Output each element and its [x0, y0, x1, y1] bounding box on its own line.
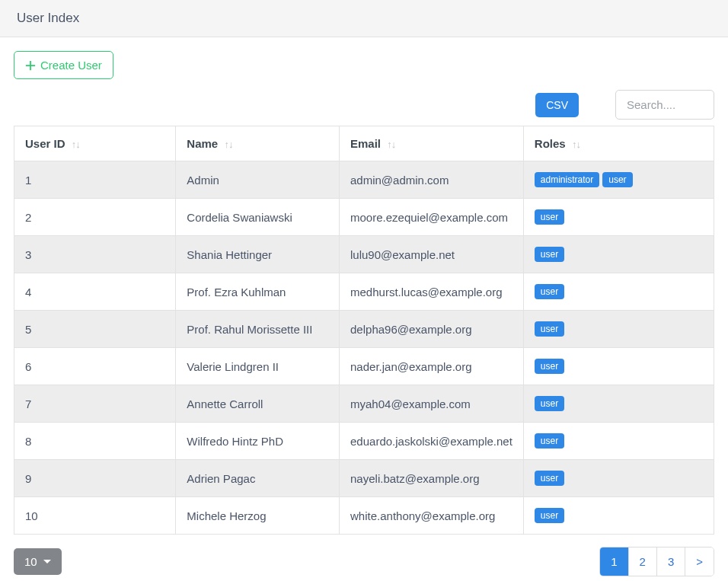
column-label: Email [350, 137, 381, 150]
column-label: Roles [535, 137, 566, 150]
cell-name: Michele Herzog [176, 497, 340, 535]
page-button-2[interactable]: 2 [629, 547, 657, 576]
main-content: Create User CSV User ID ↑↓ Name ↑↓ Email… [0, 37, 728, 581]
role-badge: user [535, 508, 564, 523]
cell-name: Prof. Ezra Kuhlman [176, 273, 340, 311]
search-input[interactable] [615, 90, 714, 120]
column-label: User ID [25, 137, 65, 150]
cell-roles: user [523, 385, 714, 423]
sort-icon: ↑↓ [224, 139, 232, 150]
role-badge: user [535, 247, 564, 262]
cell-name: Cordelia Swaniawski [176, 199, 340, 236]
role-badge: user [535, 359, 564, 374]
cell-email: lulu90@example.net [340, 236, 524, 273]
cell-userid: 7 [14, 385, 176, 423]
cell-name: Annette Carroll [176, 385, 340, 423]
cell-name: Prof. Rahul Morissette III [176, 311, 340, 348]
role-badge: user [535, 209, 564, 225]
cell-userid: 9 [14, 460, 176, 497]
table-row[interactable]: 4Prof. Ezra Kuhlmanmedhurst.lucas@exampl… [14, 273, 714, 311]
column-header-roles[interactable]: Roles ↑↓ [523, 126, 714, 161]
cell-userid: 10 [14, 497, 176, 535]
role-badge: user [535, 321, 564, 337]
cell-email: moore.ezequiel@example.com [340, 199, 524, 236]
table-row[interactable]: 3Shania Hettingerlulu90@example.netuser [14, 236, 714, 273]
cell-roles: user [523, 497, 714, 535]
table-row[interactable]: 10Michele Herzogwhite.anthony@example.or… [14, 497, 714, 535]
cell-email: admin@admin.com [340, 161, 524, 199]
column-header-userid[interactable]: User ID ↑↓ [14, 126, 176, 161]
cell-name: Admin [176, 161, 340, 199]
cell-email: white.anthony@example.org [340, 497, 524, 535]
cell-roles: administratoruser [523, 161, 714, 199]
cell-userid: 5 [14, 311, 176, 348]
cell-email: eduardo.jaskolski@example.net [340, 423, 524, 460]
role-badge: user [535, 471, 564, 486]
export-csv-button[interactable]: CSV [535, 93, 579, 117]
role-badge: user [535, 433, 564, 449]
cell-roles: user [523, 311, 714, 348]
table-row[interactable]: 6Valerie Lindgren IInader.jan@example.or… [14, 348, 714, 385]
page-next-button[interactable]: > [685, 547, 714, 576]
role-badge: user [602, 172, 632, 187]
cell-email: nader.jan@example.org [340, 348, 524, 385]
table-row[interactable]: 9Adrien Pagacnayeli.batz@example.orguser [14, 460, 714, 497]
table-header-row: User ID ↑↓ Name ↑↓ Email ↑↓ Roles ↑↓ [14, 126, 714, 161]
cell-roles: user [523, 423, 714, 460]
table-row[interactable]: 8Wilfredo Hintz PhDeduardo.jaskolski@exa… [14, 423, 714, 460]
cell-userid: 1 [14, 161, 176, 199]
column-header-name[interactable]: Name ↑↓ [176, 126, 340, 161]
cell-name: Valerie Lindgren II [176, 348, 340, 385]
caret-down-icon [43, 560, 51, 563]
cell-roles: user [523, 199, 714, 236]
pagination: 123> [599, 547, 714, 576]
table-row[interactable]: 1Adminadmin@admin.comadministratoruser [14, 161, 714, 199]
table-row[interactable]: 7Annette Carrollmyah04@example.comuser [14, 385, 714, 423]
cell-userid: 4 [14, 273, 176, 311]
table-footer: 10 123> [14, 547, 714, 576]
cell-email: medhurst.lucas@example.org [340, 273, 524, 311]
page-title: User Index [17, 11, 79, 25]
cell-roles: user [523, 460, 714, 497]
cell-email: delpha96@example.org [340, 311, 524, 348]
create-user-button[interactable]: Create User [14, 51, 113, 79]
page-button-3[interactable]: 3 [657, 547, 685, 576]
page-size-selector[interactable]: 10 [14, 548, 62, 575]
table-row[interactable]: 2Cordelia Swaniawskimoore.ezequiel@examp… [14, 199, 714, 236]
cell-userid: 3 [14, 236, 176, 273]
cell-roles: user [523, 348, 714, 385]
sort-icon: ↑↓ [387, 139, 395, 150]
sort-icon: ↑↓ [572, 139, 580, 150]
cell-name: Shania Hettinger [176, 236, 340, 273]
cell-email: myah04@example.com [340, 385, 524, 423]
cell-email: nayeli.batz@example.org [340, 460, 524, 497]
cell-userid: 8 [14, 423, 176, 460]
role-badge: user [535, 396, 564, 411]
cell-userid: 2 [14, 199, 176, 236]
cell-roles: user [523, 273, 714, 311]
cell-roles: user [523, 236, 714, 273]
role-badge: administrator [535, 172, 599, 187]
column-header-email[interactable]: Email ↑↓ [340, 126, 524, 161]
page-button-1[interactable]: 1 [600, 547, 628, 576]
page-header: User Index [0, 0, 728, 37]
cell-name: Wilfredo Hintz PhD [176, 423, 340, 460]
cell-userid: 6 [14, 348, 176, 385]
sort-icon: ↑↓ [72, 139, 80, 150]
column-label: Name [187, 137, 218, 150]
page-size-label: 10 [24, 555, 37, 568]
users-table: User ID ↑↓ Name ↑↓ Email ↑↓ Roles ↑↓ 1Ad… [14, 126, 714, 535]
table-toolbar: CSV [14, 90, 714, 120]
plus-icon [25, 60, 36, 71]
role-badge: user [535, 284, 564, 299]
create-user-label: Create User [40, 59, 102, 72]
table-row[interactable]: 5Prof. Rahul Morissette IIIdelpha96@exam… [14, 311, 714, 348]
cell-name: Adrien Pagac [176, 460, 340, 497]
